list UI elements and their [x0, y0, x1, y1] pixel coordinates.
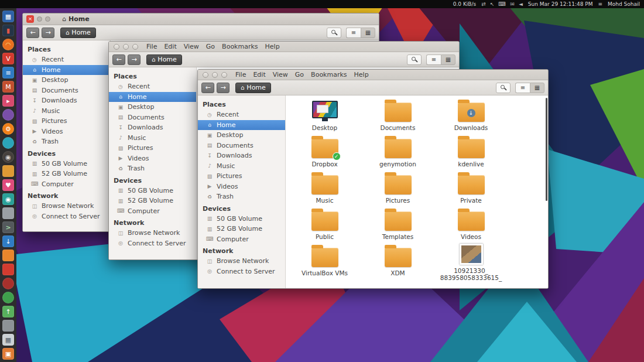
back-button[interactable]: ← — [112, 54, 125, 65]
dock-upload-app[interactable]: ↑ — [2, 306, 14, 317]
menu-bookmarks[interactable]: Bookmarks — [222, 42, 258, 52]
maximize-button[interactable] — [132, 44, 138, 50]
titlebar[interactable]: × ⌂ Home — [23, 13, 379, 25]
sidebar-item-documents[interactable]: ▤Documents — [23, 86, 110, 96]
file-genymotion[interactable]: genymotion — [361, 134, 434, 170]
sidebar-item-computer[interactable]: ⌨Computer — [23, 179, 110, 190]
sidebar-item-browse-network[interactable]: ◫Browse Network — [23, 201, 110, 211]
dock-word-processor[interactable]: ≡ — [2, 67, 14, 78]
search-button[interactable] — [496, 83, 511, 93]
dock-vivaldi[interactable]: V — [2, 53, 14, 64]
home-button[interactable]: ⌂ Home — [146, 54, 182, 65]
scrollbar[interactable] — [546, 98, 547, 201]
username[interactable]: Mohd Sohail — [608, 0, 640, 8]
sidebar-item-pictures[interactable]: ▨Pictures — [109, 143, 196, 153]
menu-file[interactable]: File — [235, 70, 246, 80]
dock-folders-app[interactable]: ▣ — [2, 348, 14, 360]
sidebar-item-50-gb-volume[interactable]: ▥50 GB Volume — [109, 186, 196, 196]
home-button[interactable]: ⌂ Home — [60, 28, 96, 38]
sidebar-item-home[interactable]: ⌂Home — [23, 65, 110, 76]
sidebar-item-connect-to-server[interactable]: ◎Connect to Server — [23, 211, 110, 222]
dock-gimp[interactable]: ◉ — [2, 151, 14, 163]
sidebar-item-music[interactable]: ♪Music — [109, 133, 196, 144]
file-10921330-883958058333615[interactable]: 10921330_883958058333615_ — [434, 243, 508, 279]
keyboard-icon[interactable]: ⌨ — [498, 0, 506, 8]
sidebar-item-connect-to-server[interactable]: ◎Connect to Server — [109, 238, 196, 249]
file-documents[interactable]: Documents — [361, 98, 434, 134]
dock-firefox[interactable]: ◠ — [2, 39, 14, 50]
dock-dark-red-app[interactable] — [2, 278, 14, 289]
sidebar-item-pictures[interactable]: ▨Pictures — [198, 171, 285, 182]
forward-button[interactable]: → — [42, 28, 54, 38]
file-public[interactable]: Public — [288, 207, 361, 243]
list-view-button[interactable]: ≡ — [426, 54, 441, 65]
dock-music-app[interactable]: ♥ — [2, 179, 14, 191]
grid-view-button[interactable]: ▦ — [530, 83, 544, 93]
sidebar-item-music[interactable]: ♪Music — [198, 161, 285, 172]
menu-file[interactable]: File — [146, 42, 157, 52]
dock-red-app[interactable] — [2, 264, 14, 275]
sidebar-item-downloads[interactable]: ↧Downloads — [198, 151, 285, 161]
file-templates[interactable]: Templates — [361, 207, 434, 243]
sidebar-item-documents[interactable]: ▤Documents — [198, 141, 285, 151]
sidebar-item-desktop[interactable]: ▣Desktop — [198, 130, 285, 141]
dock-terminal[interactable]: > — [2, 221, 14, 233]
home-button[interactable]: ⌂ Home — [235, 83, 271, 93]
sidebar-item-computer[interactable]: ⌨Computer — [109, 206, 196, 217]
dock-media-player[interactable]: ▸ — [2, 95, 14, 107]
menu-view[interactable]: View — [184, 42, 199, 52]
dock-camera-app[interactable]: ◉ — [2, 193, 14, 205]
sidebar-item-52-gb-volume[interactable]: ▥52 GB Volume — [23, 169, 110, 179]
sidebar-item-videos[interactable]: ▶Videos — [198, 182, 285, 192]
sidebar-item-trash[interactable]: ♻Trash — [198, 192, 285, 202]
file-private[interactable]: Private — [434, 170, 508, 207]
mail-icon[interactable]: ✉ — [510, 0, 515, 8]
forward-button[interactable]: → — [217, 83, 229, 93]
back-button[interactable]: ← — [201, 83, 214, 93]
sidebar-item-52-gb-volume[interactable]: ▥52 GB Volume — [198, 224, 285, 234]
session-menu-icon[interactable]: ≡ — [598, 0, 602, 8]
sidebar-item-50-gb-volume[interactable]: ▥50 GB Volume — [23, 159, 110, 169]
file-music[interactable]: Music — [288, 170, 361, 207]
sidebar-item-videos[interactable]: ▶Videos — [23, 127, 110, 137]
dock-green-app[interactable] — [2, 292, 14, 303]
dock-pdf-editor[interactable]: M — [2, 81, 14, 93]
dock-download-manager[interactable]: ↓ — [2, 235, 14, 247]
sidebar-item-browse-network[interactable]: ◫Browse Network — [198, 256, 285, 267]
maximize-button[interactable] — [221, 72, 227, 78]
sidebar-item-downloads[interactable]: ↧Downloads — [109, 122, 196, 133]
close-button[interactable] — [114, 44, 119, 50]
sidebar-item-50-gb-volume[interactable]: ▥50 GB Volume — [198, 214, 285, 224]
sidebar-item-recent[interactable]: ◷Recent — [109, 81, 196, 92]
menu-view[interactable]: View — [273, 70, 288, 80]
file-xdm[interactable]: XDM — [361, 243, 434, 279]
dock-text-editor[interactable]: ▮ — [2, 25, 14, 36]
maximize-button[interactable] — [45, 16, 50, 22]
sidebar-item-videos[interactable]: ▶Videos — [109, 153, 196, 164]
sidebar-item-connect-to-server[interactable]: ◎Connect to Server — [198, 267, 285, 277]
back-button[interactable]: ← — [26, 28, 39, 38]
sidebar-item-home[interactable]: ⌂Home — [198, 120, 285, 131]
search-button[interactable] — [407, 54, 422, 65]
sidebar-item-recent[interactable]: ◷Recent — [198, 110, 285, 120]
minimize-button[interactable] — [37, 16, 42, 22]
minimize-button[interactable] — [212, 72, 218, 78]
sidebar-item-desktop[interactable]: ▣Desktop — [109, 102, 196, 112]
sidebar-item-recent[interactable]: ◷Recent — [23, 54, 110, 65]
sidebar-item-trash[interactable]: ♻Trash — [109, 163, 196, 174]
close-button[interactable] — [203, 72, 208, 78]
list-view-button[interactable]: ≡ — [515, 83, 530, 93]
dock-file-manager[interactable]: ▦ — [2, 11, 14, 22]
menu-help[interactable]: Help — [354, 70, 369, 80]
mouse-icon[interactable]: ↖ — [490, 0, 495, 8]
menu-go[interactable]: Go — [295, 70, 304, 80]
menu-help[interactable]: Help — [265, 42, 280, 52]
dock-utility-app[interactable] — [2, 207, 14, 219]
sidebar-item-downloads[interactable]: ↧Downloads — [23, 95, 110, 106]
dock-settings[interactable]: ⚙ — [2, 123, 14, 135]
sidebar-item-home[interactable]: ⌂Home — [109, 92, 196, 103]
volume-icon[interactable]: ◄ — [519, 0, 523, 8]
file-kdenlive[interactable]: kdenlive — [434, 134, 508, 170]
dock-chat-app[interactable] — [2, 109, 14, 121]
sidebar-item-documents[interactable]: ▤Documents — [109, 112, 196, 123]
